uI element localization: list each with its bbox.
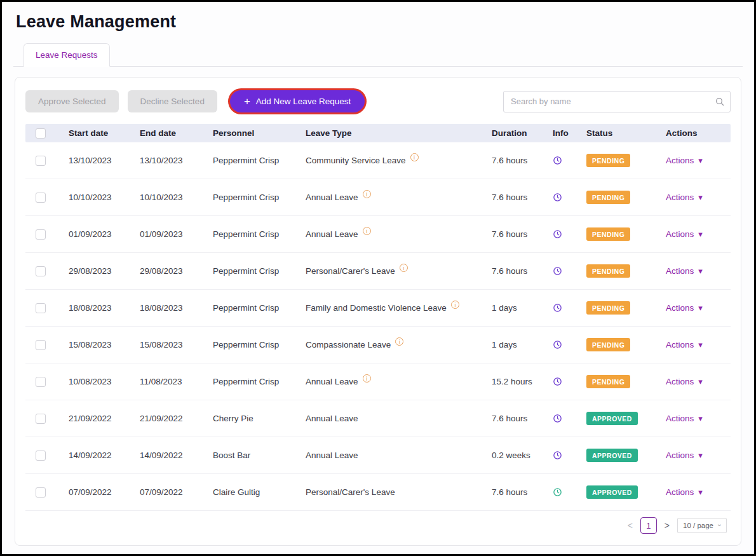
row-checkbox[interactable]: [36, 266, 46, 276]
personnel-cell: Peppermint Crisp: [213, 377, 306, 386]
info-icon[interactable]: [451, 301, 459, 309]
pagination: < 1 > 10 / page: [25, 511, 731, 536]
caret-down-icon: [698, 193, 703, 202]
clock-icon[interactable]: [553, 451, 562, 460]
info-icon[interactable]: [395, 337, 403, 346]
header-actions: Actions: [666, 128, 731, 138]
actions-dropdown[interactable]: Actions: [666, 266, 703, 276]
app-window: Leave Management Leave Requests Approve …: [0, 0, 756, 556]
actions-dropdown[interactable]: Actions: [666, 340, 703, 349]
row-checkbox[interactable]: [36, 414, 46, 424]
actions-dropdown[interactable]: Actions: [666, 377, 703, 386]
actions-dropdown[interactable]: Actions: [666, 193, 703, 202]
pagination-page-1[interactable]: 1: [640, 517, 657, 534]
clock-icon[interactable]: [553, 229, 562, 239]
toolbar: Approve Selected Decline Selected + Add …: [25, 90, 731, 112]
info-cell: [553, 487, 586, 497]
status-cell: PENDING: [586, 227, 666, 241]
actions-dropdown[interactable]: Actions: [666, 156, 703, 165]
page-title: Leave Management: [16, 12, 754, 32]
clock-icon[interactable]: [553, 156, 562, 165]
clock-icon[interactable]: [553, 266, 562, 276]
leave-type-cell: Annual Leave: [306, 229, 492, 239]
approve-selected-button[interactable]: Approve Selected: [25, 90, 119, 112]
actions-label: Actions: [666, 156, 694, 165]
actions-dropdown[interactable]: Actions: [666, 487, 703, 497]
personnel-cell: Peppermint Crisp: [213, 229, 306, 239]
clock-icon[interactable]: [553, 340, 562, 349]
leave-type-cell: Compassionate Leave: [306, 340, 492, 349]
duration-cell: 15.2 hours: [492, 377, 553, 386]
status-badge: PENDING: [586, 191, 630, 204]
personnel-cell: Cherry Pie: [213, 414, 306, 423]
actions-label: Actions: [666, 229, 694, 239]
caret-down-icon: [698, 266, 703, 276]
row-checkbox[interactable]: [36, 340, 46, 350]
actions-dropdown[interactable]: Actions: [666, 229, 703, 239]
end-date-cell: 11/08/2023: [140, 377, 213, 386]
personnel-cell: Claire Gultig: [213, 487, 306, 497]
pagination-next-button[interactable]: >: [665, 520, 670, 531]
duration-cell: 7.6 hours: [492, 156, 553, 165]
select-all-checkbox[interactable]: [36, 128, 46, 139]
clock-icon[interactable]: [553, 377, 562, 386]
duration-cell: 1 days: [492, 340, 553, 349]
clock-icon[interactable]: [553, 487, 562, 497]
header-personnel: Personnel: [213, 128, 306, 138]
personnel-cell: Boost Bar: [213, 451, 306, 460]
duration-cell: 7.6 hours: [492, 487, 553, 497]
duration-cell: 7.6 hours: [492, 229, 553, 239]
page-size-select[interactable]: 10 / page: [677, 518, 727, 533]
tab-leave-requests[interactable]: Leave Requests: [24, 43, 110, 67]
row-checkbox-cell: [25, 156, 69, 166]
info-icon[interactable]: [410, 153, 419, 161]
duration-cell: 7.6 hours: [492, 193, 553, 202]
row-checkbox[interactable]: [36, 156, 46, 166]
actions-cell: Actions: [666, 377, 731, 386]
actions-dropdown[interactable]: Actions: [666, 303, 703, 313]
table-row: 15/08/2023 15/08/2023 Peppermint Crisp C…: [25, 327, 731, 363]
table-row: 21/09/2022 21/09/2022 Cherry Pie Annual …: [25, 400, 731, 437]
table-row: 10/10/2023 10/10/2023 Peppermint Crisp A…: [25, 179, 731, 216]
status-cell: PENDING: [586, 338, 666, 351]
end-date-cell: 29/08/2023: [140, 266, 213, 276]
actions-dropdown[interactable]: Actions: [666, 414, 703, 423]
leave-type-cell: Annual Leave: [306, 414, 492, 423]
info-cell: [553, 156, 586, 165]
decline-selected-button[interactable]: Decline Selected: [128, 90, 217, 112]
search-input[interactable]: [503, 91, 731, 112]
row-checkbox[interactable]: [36, 303, 46, 313]
add-new-leave-request-button[interactable]: + Add New Leave Request: [230, 90, 365, 112]
start-date-cell: 10/08/2023: [69, 377, 140, 386]
caret-down-icon: [698, 156, 703, 165]
end-date-cell: 21/09/2022: [140, 414, 213, 423]
status-badge: PENDING: [586, 154, 630, 167]
clock-icon[interactable]: [553, 303, 562, 313]
info-icon[interactable]: [400, 264, 408, 272]
caret-down-icon: [698, 451, 703, 460]
start-date-cell: 01/09/2023: [69, 229, 140, 239]
row-checkbox[interactable]: [36, 193, 46, 203]
actions-cell: Actions: [666, 414, 731, 423]
info-icon[interactable]: [363, 227, 371, 235]
row-checkbox[interactable]: [36, 487, 46, 498]
row-checkbox[interactable]: [36, 377, 46, 387]
status-cell: PENDING: [586, 264, 666, 278]
status-badge: PENDING: [586, 227, 630, 241]
clock-icon[interactable]: [553, 414, 562, 423]
table-row: 10/08/2023 11/08/2023 Peppermint Crisp A…: [25, 363, 731, 400]
leave-type-text: Annual Leave: [306, 377, 358, 386]
header-status: Status: [586, 128, 666, 138]
caret-down-icon: [698, 377, 703, 386]
actions-dropdown[interactable]: Actions: [666, 451, 703, 460]
start-date-cell: 10/10/2023: [69, 193, 140, 202]
leave-type-text: Annual Leave: [306, 193, 358, 202]
start-date-cell: 29/08/2023: [69, 266, 140, 276]
actions-label: Actions: [666, 487, 694, 497]
row-checkbox[interactable]: [36, 229, 46, 240]
pagination-prev-button[interactable]: <: [628, 520, 633, 531]
info-icon[interactable]: [363, 374, 371, 383]
row-checkbox[interactable]: [36, 451, 46, 461]
clock-icon[interactable]: [553, 193, 562, 202]
info-icon[interactable]: [363, 190, 371, 198]
